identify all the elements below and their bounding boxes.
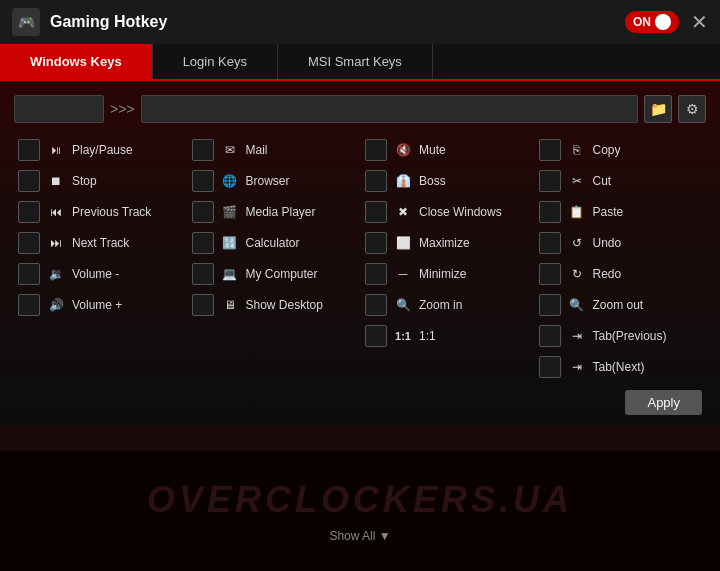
- my-computer-icon: 💻: [220, 264, 240, 284]
- media-player-label: Media Player: [246, 205, 316, 219]
- checkbox-show-desktop[interactable]: [192, 294, 214, 316]
- checkbox-mail[interactable]: [192, 139, 214, 161]
- bottom-area: OVERCLOCKERS.UA Show All ▼: [0, 451, 720, 571]
- browser-label: Browser: [246, 174, 290, 188]
- calculator-icon: 🔢: [220, 233, 240, 253]
- mail-icon: ✉: [220, 140, 240, 160]
- redo-label: Redo: [593, 267, 622, 281]
- show-all-button[interactable]: Show All ▼: [329, 529, 390, 543]
- checkbox-1to1[interactable]: [365, 325, 387, 347]
- boss-icon: 👔: [393, 171, 413, 191]
- checkbox-maximize[interactable]: [365, 232, 387, 254]
- zoom-out-icon: 🔍: [567, 295, 587, 315]
- my-computer-label: My Computer: [246, 267, 318, 281]
- main-content: >>> 📁 ⚙ ⏯ Play/Pause ✉ Mail 🔇 Mute ⎘ Cop…: [0, 81, 720, 425]
- checkbox-minimize[interactable]: [365, 263, 387, 285]
- settings-button[interactable]: ⚙: [678, 95, 706, 123]
- close-windows-icon: ✖: [393, 202, 413, 222]
- checkbox-cut[interactable]: [539, 170, 561, 192]
- power-toggle[interactable]: ON: [625, 11, 679, 33]
- tab-previous-icon: ⇥: [567, 326, 587, 346]
- arrow-icon: >>>: [110, 101, 135, 117]
- hotkey-paste: 📋 Paste: [535, 197, 707, 227]
- undo-label: Undo: [593, 236, 622, 250]
- hotkey-tab-previous: ⇥ Tab(Previous): [535, 321, 707, 351]
- hotkey-zoom-out: 🔍 Zoom out: [535, 290, 707, 320]
- checkbox-next-track[interactable]: [18, 232, 40, 254]
- hotkey-media-player: 🎬 Media Player: [188, 197, 360, 227]
- hotkey-previous-track: ⏮ Previous Track: [14, 197, 186, 227]
- 1to1-label: 1:1: [419, 329, 436, 343]
- hotkey-volume-down: 🔉 Volume -: [14, 259, 186, 289]
- checkbox-redo[interactable]: [539, 263, 561, 285]
- checkbox-calculator[interactable]: [192, 232, 214, 254]
- hotkey-boss: 👔 Boss: [361, 166, 533, 196]
- tab-bar: Windows Keys Login Keys MSI Smart Keys: [0, 44, 720, 81]
- search-input-large[interactable]: [141, 95, 638, 123]
- cut-label: Cut: [593, 174, 612, 188]
- title-right: ON ✕: [625, 11, 708, 33]
- hotkey-show-desktop: 🖥 Show Desktop: [188, 290, 360, 320]
- minimize-icon: ─: [393, 264, 413, 284]
- checkbox-tab-previous[interactable]: [539, 325, 561, 347]
- hotkey-1to1: 1:1 1:1: [361, 321, 533, 351]
- hotkey-tab-next: ⇥ Tab(Next): [535, 352, 707, 382]
- mute-label: Mute: [419, 143, 446, 157]
- checkbox-paste[interactable]: [539, 201, 561, 223]
- zoom-in-icon: 🔍: [393, 295, 413, 315]
- tab-next-label: Tab(Next): [593, 360, 645, 374]
- hotkey-mute: 🔇 Mute: [361, 135, 533, 165]
- checkbox-close-windows[interactable]: [365, 201, 387, 223]
- minimize-label: Minimize: [419, 267, 466, 281]
- hotkey-copy: ⎘ Copy: [535, 135, 707, 165]
- hotkey-play-pause: ⏯ Play/Pause: [14, 135, 186, 165]
- hotkey-mail: ✉ Mail: [188, 135, 360, 165]
- search-input-small[interactable]: [14, 95, 104, 123]
- app-icon: 🎮: [12, 8, 40, 36]
- previous-track-icon: ⏮: [46, 202, 66, 222]
- volume-down-label: Volume -: [72, 267, 119, 281]
- next-track-label: Next Track: [72, 236, 129, 250]
- tab-windows-keys[interactable]: Windows Keys: [0, 44, 153, 79]
- apply-button[interactable]: Apply: [625, 390, 702, 415]
- media-player-icon: 🎬: [220, 202, 240, 222]
- close-button[interactable]: ✕: [691, 12, 708, 32]
- 1to1-icon: 1:1: [393, 326, 413, 346]
- checkbox-zoom-out[interactable]: [539, 294, 561, 316]
- checkbox-stop[interactable]: [18, 170, 40, 192]
- mail-label: Mail: [246, 143, 268, 157]
- next-track-icon: ⏭: [46, 233, 66, 253]
- checkbox-previous-track[interactable]: [18, 201, 40, 223]
- checkbox-zoom-in[interactable]: [365, 294, 387, 316]
- copy-icon: ⎘: [567, 140, 587, 160]
- hotkey-zoom-in: 🔍 Zoom in: [361, 290, 533, 320]
- tab-msi-smart-keys[interactable]: MSI Smart Keys: [278, 44, 433, 79]
- hotkey-my-computer: 💻 My Computer: [188, 259, 360, 289]
- folder-button[interactable]: 📁: [644, 95, 672, 123]
- checkbox-media-player[interactable]: [192, 201, 214, 223]
- checkbox-play-pause[interactable]: [18, 139, 40, 161]
- hotkey-volume-up: 🔊 Volume +: [14, 290, 186, 320]
- checkbox-browser[interactable]: [192, 170, 214, 192]
- checkbox-volume-down[interactable]: [18, 263, 40, 285]
- maximize-label: Maximize: [419, 236, 470, 250]
- hotkey-next-track: ⏭ Next Track: [14, 228, 186, 258]
- show-desktop-icon: 🖥: [220, 295, 240, 315]
- checkbox-mute[interactable]: [365, 139, 387, 161]
- tab-login-keys[interactable]: Login Keys: [153, 44, 278, 79]
- checkbox-boss[interactable]: [365, 170, 387, 192]
- play-pause-label: Play/Pause: [72, 143, 133, 157]
- checkbox-volume-up[interactable]: [18, 294, 40, 316]
- checkbox-undo[interactable]: [539, 232, 561, 254]
- title-left: 🎮 Gaming Hotkey: [12, 8, 167, 36]
- close-windows-label: Close Windows: [419, 205, 502, 219]
- hotkey-cut: ✂ Cut: [535, 166, 707, 196]
- checkbox-my-computer[interactable]: [192, 263, 214, 285]
- volume-up-label: Volume +: [72, 298, 122, 312]
- hotkey-calculator: 🔢 Calculator: [188, 228, 360, 258]
- checkbox-tab-next[interactable]: [539, 356, 561, 378]
- zoom-out-label: Zoom out: [593, 298, 644, 312]
- copy-label: Copy: [593, 143, 621, 157]
- checkbox-copy[interactable]: [539, 139, 561, 161]
- app-title: Gaming Hotkey: [50, 13, 167, 31]
